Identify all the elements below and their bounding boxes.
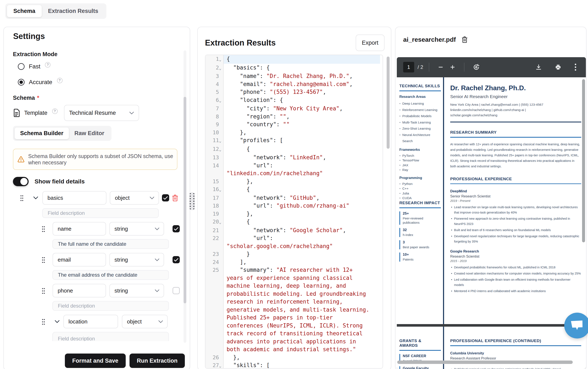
field-type-select[interactable]: string (109, 284, 164, 297)
editor-gutter[interactable]: 7 (205, 105, 224, 113)
field-type-select[interactable]: object (122, 315, 168, 328)
editor-gutter[interactable]: 14 (205, 162, 224, 177)
line-number: 4 (216, 80, 219, 88)
editor-gutter[interactable]: 1⌄ (205, 55, 224, 64)
editor-gutter[interactable]: 17 (205, 194, 224, 202)
editor-gutter[interactable]: 20⌄ (205, 218, 224, 226)
editor-scrollbar-thumb[interactable] (387, 57, 389, 149)
field-name-input[interactable]: phone (52, 284, 106, 297)
tab-schema[interactable]: Schema (7, 5, 42, 17)
editor-line: 3 "name": "Dr. Rachel Zhang, Ph.D.", (205, 72, 383, 80)
zoom-in-button[interactable] (450, 64, 455, 70)
editor-gutter[interactable]: 24 (205, 258, 224, 266)
field-type-select[interactable]: object (110, 191, 159, 205)
zoom-out-button[interactable] (438, 64, 444, 70)
editor-gutter[interactable]: 22 (205, 234, 224, 250)
chat-bubble-button[interactable] (564, 313, 588, 338)
settings-scrollbar-thumb[interactable] (184, 97, 186, 303)
field-description-input[interactable]: The email address of the candidate (52, 270, 169, 280)
drag-handle-icon[interactable] (42, 256, 45, 263)
field-description-input[interactable]: The full name of the candidate (52, 239, 169, 249)
fold-arrow-icon[interactable]: ⌄ (219, 145, 223, 154)
radio-accurate[interactable]: Accurate ? (13, 78, 182, 86)
editor-gutter[interactable]: 11⌄ (205, 136, 224, 145)
tab-extraction-results[interactable]: Extraction Results (42, 5, 105, 17)
editor-gutter[interactable]: 16⌄ (205, 185, 224, 194)
editor-gutter[interactable]: 21 (205, 226, 224, 235)
fold-arrow-icon[interactable]: ⌄ (219, 185, 223, 194)
fold-arrow-icon[interactable]: ⌄ (219, 64, 223, 72)
delete-file-icon[interactable] (462, 36, 468, 43)
help-icon[interactable]: ? (45, 62, 51, 68)
format-and-save-button[interactable]: Format and Save (65, 354, 126, 368)
editor-gutter[interactable]: 4 (205, 80, 224, 88)
field-required-checkbox[interactable] (173, 256, 180, 263)
chevron-down-icon[interactable] (33, 196, 38, 199)
chevron-down-icon[interactable] (55, 320, 60, 323)
fold-arrow-icon[interactable]: ⌄ (219, 96, 223, 105)
editor-gutter[interactable]: 9 (205, 121, 224, 129)
drag-handle-icon[interactable] (42, 287, 45, 294)
editor-gutter[interactable]: 23 (205, 250, 224, 258)
json-editor[interactable]: 1⌄{2⌄ "basics": {3 "name": "Dr. Rachel Z… (205, 55, 383, 369)
field-required-checkbox[interactable] (173, 287, 180, 294)
drag-handle-icon[interactable] (20, 195, 23, 201)
editor-gutter[interactable]: 10 (205, 129, 224, 137)
field-name-input[interactable]: name (52, 222, 106, 236)
panel-resize-handle[interactable] (189, 192, 195, 210)
more-options-icon[interactable] (574, 63, 577, 71)
editor-gutter[interactable]: 6⌄ (205, 96, 224, 105)
field-name-input[interactable]: location (63, 315, 118, 328)
rotate-button[interactable] (473, 64, 480, 71)
field-name-input[interactable]: email (52, 253, 106, 266)
help-icon[interactable]: ? (57, 78, 63, 83)
template-select[interactable]: Technical Resume (64, 105, 139, 121)
field-description-input[interactable]: Field description (42, 208, 159, 218)
tab-schema-builder[interactable]: Schema Builder (15, 128, 69, 139)
editor-line: 15 }, (205, 177, 383, 185)
editor-gutter[interactable]: 27⌄ (205, 361, 224, 369)
editor-code: "skills": [ (224, 361, 371, 369)
editor-gutter[interactable]: 18 (205, 202, 224, 210)
page-number-input[interactable]: 1 (403, 62, 414, 72)
json-string: "" (280, 113, 286, 120)
fold-arrow-icon[interactable]: ⌄ (219, 361, 223, 369)
export-button[interactable]: Export (356, 34, 385, 51)
delete-field-icon[interactable] (172, 195, 178, 201)
field-description-input[interactable]: Field description (52, 301, 169, 311)
field-name-input[interactable]: basics (42, 191, 106, 205)
editor-gutter[interactable]: 12⌄ (205, 145, 224, 154)
radio-fast[interactable]: Fast ? (13, 63, 182, 70)
editor-gutter[interactable]: 5 (205, 88, 224, 96)
json-text: "url": (227, 162, 276, 169)
editor-gutter[interactable]: 2⌄ (205, 64, 224, 72)
download-icon[interactable] (536, 64, 542, 70)
print-icon[interactable] (555, 64, 561, 70)
field-description-input[interactable]: Field description (52, 332, 169, 341)
editor-gutter[interactable]: 13 (205, 154, 224, 162)
help-icon[interactable]: ? (52, 108, 58, 114)
pdf-vertical-scrollbar[interactable] (582, 79, 585, 242)
pdf-horizontal-scrollbar[interactable] (397, 360, 573, 364)
show-field-details-toggle[interactable] (13, 177, 29, 186)
radio-accurate-circle[interactable] (18, 79, 25, 86)
editor-gutter[interactable]: 25 (205, 266, 224, 354)
fold-arrow-icon[interactable]: ⌄ (219, 55, 223, 64)
editor-gutter[interactable]: 15 (205, 177, 224, 185)
field-type-select[interactable]: string (109, 253, 164, 266)
radio-fast-circle[interactable] (18, 63, 25, 70)
editor-gutter[interactable]: 26 (205, 354, 224, 362)
field-required-checkbox[interactable] (173, 225, 180, 232)
field-required-checkbox[interactable] (162, 194, 169, 201)
drag-handle-icon[interactable] (42, 318, 45, 325)
field-type-select[interactable]: string (109, 222, 164, 236)
fold-arrow-icon[interactable]: ⌄ (219, 136, 223, 145)
line-number: 26 (213, 354, 219, 362)
run-extraction-button[interactable]: Run Extraction (129, 354, 185, 368)
editor-gutter[interactable]: 8 (205, 113, 224, 121)
drag-handle-icon[interactable] (42, 226, 45, 232)
tab-raw-editor[interactable]: Raw Editor (69, 128, 110, 139)
editor-gutter[interactable]: 19 (205, 210, 224, 218)
fold-arrow-icon[interactable]: ⌄ (219, 218, 223, 226)
editor-gutter[interactable]: 3 (205, 72, 224, 80)
